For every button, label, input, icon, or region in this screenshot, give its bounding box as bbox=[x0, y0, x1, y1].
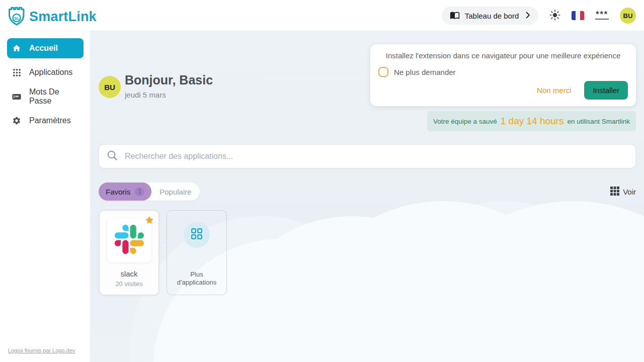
french-flag-icon bbox=[572, 11, 584, 20]
sun-icon bbox=[549, 10, 560, 22]
grid-dots-icon bbox=[12, 68, 21, 77]
search-icon bbox=[106, 149, 118, 163]
dashboard-button[interactable]: Tableau de bord bbox=[442, 7, 539, 25]
app-visit-count: 20 visites bbox=[100, 280, 158, 288]
sidebar: Accueil Applications ** Mots De Passe Pa… bbox=[0, 31, 91, 362]
time-saved-banner: Votre équipe a sauvé 1 day 14 hours en u… bbox=[427, 111, 636, 131]
main-content: BU Bonjour, Basic jeudi 5 mars Installez… bbox=[91, 31, 644, 362]
extension-install-card: Installez l'extension dans ce navigateur… bbox=[370, 44, 636, 106]
svg-text:**: ** bbox=[15, 95, 19, 100]
more-apps-label: Plus d'applications bbox=[167, 270, 226, 287]
brand-name: SmartLink bbox=[29, 9, 97, 25]
theme-toggle-button[interactable] bbox=[549, 10, 560, 22]
sidebar-item-applications[interactable]: Applications bbox=[7, 62, 84, 82]
time-saved-value: 1 day 14 hours bbox=[497, 116, 568, 127]
dont-ask-again-row[interactable]: Ne plus demander bbox=[378, 67, 456, 77]
install-button[interactable]: Installer bbox=[584, 81, 628, 100]
book-icon bbox=[450, 10, 460, 22]
tab-populaire[interactable]: Populaire bbox=[151, 183, 199, 201]
time-saved-prefix: Votre équipe a sauvé bbox=[433, 118, 497, 125]
view-toggle-label: Voir bbox=[623, 188, 636, 196]
extension-actions: Non merci Installer bbox=[537, 81, 628, 100]
search-input[interactable] bbox=[125, 152, 628, 161]
app-tile bbox=[107, 218, 151, 262]
extension-message: Installez l'extension dans ce navigateur… bbox=[378, 51, 628, 60]
time-saved-suffix: en utilisant Smartlink bbox=[567, 118, 630, 125]
app-window: SL SmartLink Tableau de bord bbox=[0, 0, 644, 362]
sidebar-item-label: Accueil bbox=[29, 44, 58, 53]
gear-icon bbox=[12, 116, 21, 125]
apps-grid-icon bbox=[191, 228, 203, 242]
view-toggle-button[interactable]: Voir bbox=[610, 183, 636, 201]
more-apps-circle bbox=[184, 222, 210, 248]
brand-logo[interactable]: SL SmartLink bbox=[7, 5, 97, 28]
password-asterisks-icon: *** bbox=[595, 12, 609, 20]
search-bar bbox=[99, 144, 636, 168]
logo-provider-link[interactable]: Logos fournis par Logo.dev bbox=[8, 347, 75, 353]
tab-favoris[interactable]: Favoris 1 bbox=[99, 183, 151, 201]
dont-ask-again-checkbox[interactable] bbox=[378, 67, 388, 77]
app-card-slack[interactable]: slack 20 visites bbox=[99, 210, 159, 295]
sidebar-item-label: Mots De Passe bbox=[29, 87, 78, 106]
home-icon bbox=[12, 44, 21, 53]
sidebar-item-label: Applications bbox=[29, 68, 72, 77]
chevron-right-icon bbox=[526, 12, 530, 20]
passwords-shortcut-button[interactable]: *** bbox=[595, 12, 609, 20]
language-flag-button[interactable] bbox=[572, 11, 584, 20]
more-apps-card[interactable]: Plus d'applications bbox=[167, 210, 227, 295]
header-actions: Tableau de bord *** BU bbox=[442, 0, 636, 31]
tab-favoris-label: Favoris bbox=[106, 188, 130, 196]
top-header: SL SmartLink Tableau de bord bbox=[0, 0, 644, 31]
sidebar-item-accueil[interactable]: Accueil bbox=[7, 38, 84, 58]
greeting-avatar: BU bbox=[99, 76, 121, 98]
shield-logo-icon: SL bbox=[7, 5, 26, 28]
dashboard-button-label: Tableau de bord bbox=[465, 12, 519, 20]
favoris-count-badge: 1 bbox=[135, 187, 144, 197]
sidebar-item-mots-de-passe[interactable]: ** Mots De Passe bbox=[7, 86, 84, 107]
app-filter-tabs: Favoris 1 Populaire bbox=[99, 183, 200, 201]
sidebar-item-parametres[interactable]: Paramètres bbox=[7, 111, 84, 131]
greeting-title: Bonjour, Basic bbox=[125, 73, 213, 87]
dont-ask-again-label: Ne plus demander bbox=[394, 68, 456, 76]
password-icon: ** bbox=[12, 93, 21, 101]
app-name: slack bbox=[100, 269, 158, 278]
user-avatar[interactable]: BU bbox=[620, 8, 636, 24]
greeting-date: jeudi 5 mars bbox=[125, 90, 166, 99]
favorite-star-icon[interactable] bbox=[144, 215, 154, 227]
grid-view-icon bbox=[610, 187, 619, 197]
dismiss-button[interactable]: Non merci bbox=[537, 86, 571, 95]
svg-text:SL: SL bbox=[14, 16, 19, 21]
tab-populaire-label: Populaire bbox=[159, 188, 191, 196]
sidebar-item-label: Paramètres bbox=[29, 116, 71, 125]
slack-logo-icon bbox=[115, 225, 144, 256]
